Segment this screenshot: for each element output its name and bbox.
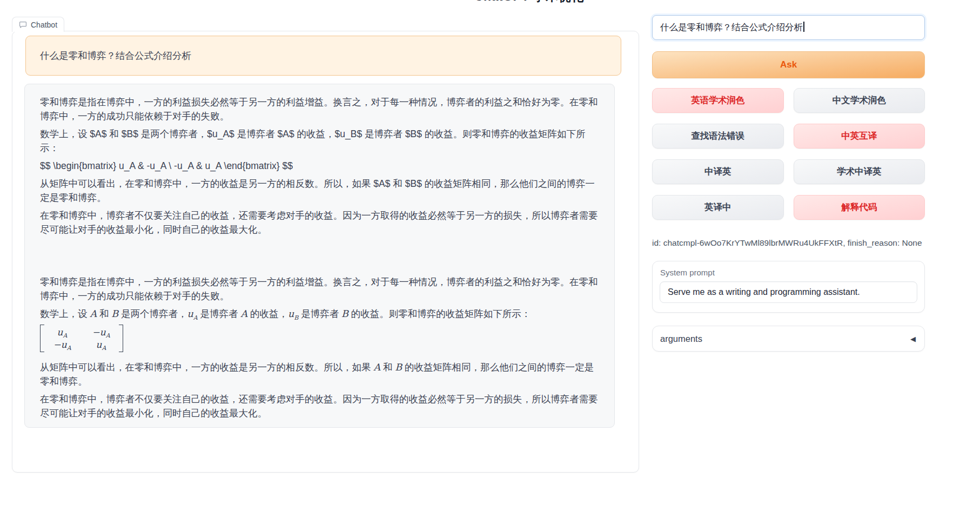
zh-en-mutual-translate-button[interactable]: 中英互译 bbox=[794, 124, 925, 149]
bot-raw-paragraph: 数学上，设 $A$ 和 $B$ 是两个博弈者，$u_A$ 是博弈者 $A$ 的收… bbox=[40, 127, 599, 155]
academic-zh-to-en-button[interactable]: 学术中译英 bbox=[794, 159, 925, 184]
page-title: ChatGPT 学术优化 bbox=[474, 0, 584, 4]
bot-rendered-paragraph: 从矩阵中可以看出，在零和博弈中，一方的收益是另一方的相反数。所以，如果 A 和 … bbox=[40, 360, 599, 388]
message-gap bbox=[40, 240, 599, 275]
find-grammar-errors-button[interactable]: 查找语法错误 bbox=[652, 124, 784, 149]
system-prompt-block: System prompt Serve me as a writing and … bbox=[652, 261, 925, 313]
system-prompt-label: System prompt bbox=[660, 268, 917, 277]
bot-raw-block: 零和博弈是指在博弈中，一方的利益损失必然等于另一方的利益增益。换言之，对于每一种… bbox=[40, 95, 599, 237]
zh-to-en-button[interactable]: 中译英 bbox=[652, 159, 784, 184]
chatbot-panel: Chatbot 什么是零和博弈？结合公式介绍分析 零和博弈是指在博弈中，一方的利… bbox=[12, 31, 639, 473]
bot-raw-paragraph: 在零和博弈中，博弈者不仅要关注自己的收益，还需要考虑对手的收益。因为一方取得的收… bbox=[40, 208, 599, 237]
accordion-collapse-icon[interactable]: ◀ bbox=[910, 335, 916, 343]
matrix-left-bracket bbox=[40, 325, 44, 352]
app-window: ChatGPT 学术优化 Chatbot 什么是零和博弈？结合公式介绍分析 零和… bbox=[0, 0, 980, 519]
speech-bubble-icon bbox=[19, 21, 27, 29]
chatbot-label-text: Chatbot bbox=[31, 21, 57, 29]
english-academic-polish-button[interactable]: 英语学术润色 bbox=[652, 88, 784, 113]
bot-rendered-block: 零和博弈是指在博弈中，一方的利益损失必然等于另一方的利益增益。换言之，对于每一种… bbox=[40, 275, 599, 420]
en-to-zh-button[interactable]: 英译中 bbox=[652, 195, 784, 220]
chinese-academic-polish-button[interactable]: 中文学术润色 bbox=[794, 88, 925, 113]
arguments-accordion-label: arguments bbox=[660, 334, 702, 344]
bot-rendered-paragraph: 数学上，设 A 和 B 是两个博弈者，uA 是博弈者 A 的收益，uB 是博弈者… bbox=[40, 307, 599, 321]
bot-raw-paragraph: 零和博弈是指在博弈中，一方的利益损失必然等于另一方的利益增益。换言之，对于每一种… bbox=[40, 95, 599, 123]
text-caret bbox=[803, 22, 804, 32]
bot-message-bubble: 零和博弈是指在博弈中，一方的利益损失必然等于另一方的利益增益。换言之，对于每一种… bbox=[24, 84, 615, 428]
bot-rendered-paragraph: 零和博弈是指在博弈中，一方的利益损失必然等于另一方的利益增益。换言之，对于每一种… bbox=[40, 275, 599, 303]
question-input-value: 什么是零和博弈？结合公式介绍分析 bbox=[660, 22, 803, 32]
payoff-matrix: uA−uA−uAuA bbox=[40, 325, 599, 356]
bot-raw-paragraph: 从矩阵中可以看出，在零和博弈中，一方的收益是另一方的相反数。所以，如果 $A$ … bbox=[40, 177, 599, 205]
chatbot-label: Chatbot bbox=[12, 17, 64, 32]
matrix-right-bracket bbox=[119, 325, 123, 352]
user-message-bubble: 什么是零和博弈？结合公式介绍分析 bbox=[25, 36, 621, 76]
user-message-text: 什么是零和博弈？结合公式介绍分析 bbox=[40, 50, 191, 61]
question-input[interactable]: 什么是零和博弈？结合公式介绍分析 bbox=[652, 15, 925, 40]
ask-button[interactable]: Ask bbox=[652, 51, 925, 78]
completion-status-text: id: chatcmpl-6wOo7KrYTwMl89lbrMWRu4UkFFX… bbox=[652, 238, 925, 248]
arguments-accordion[interactable]: arguments ◀ bbox=[652, 326, 925, 352]
system-prompt-input[interactable]: Serve me as a writing and programming as… bbox=[660, 281, 917, 303]
quick-action-grid: 英语学术润色中文学术润色查找语法错误中英互译中译英学术中译英英译中解释代码 bbox=[652, 88, 925, 220]
explain-code-button[interactable]: 解释代码 bbox=[794, 195, 925, 220]
bot-raw-latex-line: $$ \begin{bmatrix} u_A & -u_A \ -u_A & u… bbox=[40, 159, 599, 173]
bot-rendered-paragraph: 在零和博弈中，博弈者不仅要关注自己的收益，还需要考虑对手的收益。因为一方取得的收… bbox=[40, 392, 599, 420]
